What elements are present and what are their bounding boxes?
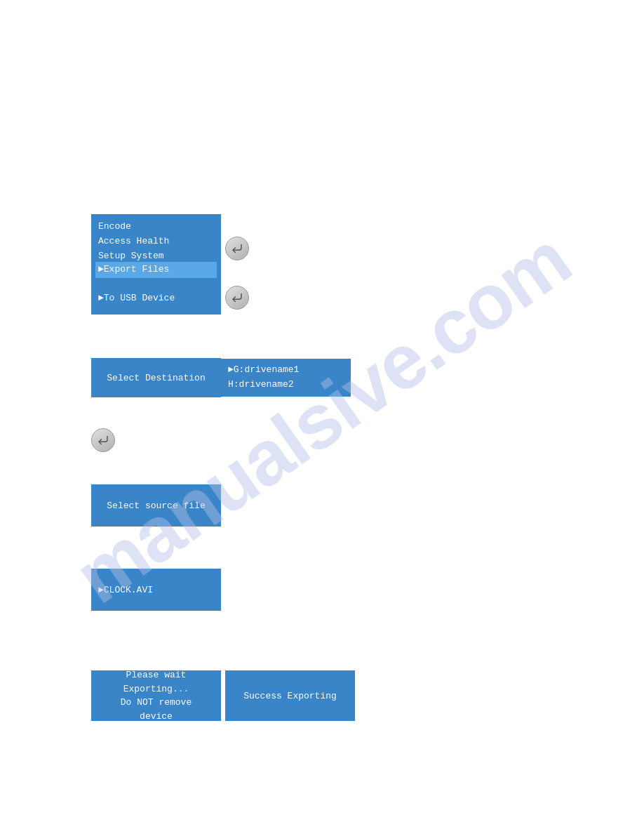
menu-item-access-health[interactable]: Access Health xyxy=(98,234,214,249)
select-destination-label: Select Destination xyxy=(107,373,205,383)
enter-arrow-icon xyxy=(231,242,243,255)
please-wait-line-4: device xyxy=(140,710,173,724)
enter-button-2[interactable] xyxy=(225,286,249,310)
select-source-box[interactable]: Select source file xyxy=(91,484,221,527)
menu-item-setup-system[interactable]: Setup System xyxy=(98,249,214,264)
success-box: Success Exporting xyxy=(225,670,355,721)
clock-avi-label: ►CLOCK.AVI xyxy=(98,585,153,595)
drive-item-2[interactable]: H:drivename2 xyxy=(228,378,344,392)
drive-item-1[interactable]: ►G:drivename1 xyxy=(228,363,344,378)
section-source-file: Select source file xyxy=(91,484,221,527)
success-label: Success Exporting xyxy=(243,691,337,701)
please-wait-line-3: Do NOT remove xyxy=(121,696,192,710)
menu-item-export-files[interactable]: ►Export Files xyxy=(95,262,217,278)
menu-row: Encode Access Health Setup System ►Expor… xyxy=(91,214,249,282)
clock-avi-box[interactable]: ►CLOCK.AVI xyxy=(91,569,221,611)
select-source-label: Select source file xyxy=(107,501,205,511)
section-main-menu: Encode Access Health Setup System ►Expor… xyxy=(91,214,249,282)
please-wait-line-1: Please wait xyxy=(126,668,187,682)
enter-arrow-icon-3 xyxy=(97,434,109,446)
section-clock-avi: ►CLOCK.AVI xyxy=(91,569,221,611)
usb-row: ►To USB Device xyxy=(91,281,249,315)
section-destination: Select Destination ►G:drivename1 H:drive… xyxy=(91,358,351,397)
enter-arrow-icon-2 xyxy=(231,291,243,304)
usb-device-box[interactable]: ►To USB Device xyxy=(91,281,221,315)
please-wait-box: Please wait Exporting... Do NOT remove d… xyxy=(91,670,221,721)
exporting-row: Please wait Exporting... Do NOT remove d… xyxy=(91,670,355,721)
please-wait-line-2: Exporting... xyxy=(123,682,189,696)
section-exporting: Please wait Exporting... Do NOT remove d… xyxy=(91,670,355,721)
section-enter-standalone xyxy=(91,428,115,452)
enter-button-3[interactable] xyxy=(91,428,115,452)
menu-item-encode[interactable]: Encode xyxy=(98,220,214,234)
section-usb: ►To USB Device xyxy=(91,281,249,315)
enter-button-1[interactable] xyxy=(225,237,249,260)
select-destination-box[interactable]: Select Destination xyxy=(91,358,221,397)
destination-row: Select Destination ►G:drivename1 H:drive… xyxy=(91,358,351,397)
usb-device-label: ►To USB Device xyxy=(98,293,175,303)
main-menu-box: Encode Access Health Setup System ►Expor… xyxy=(91,214,221,282)
drive-list-box: ►G:drivename1 H:drivename2 xyxy=(221,359,351,397)
